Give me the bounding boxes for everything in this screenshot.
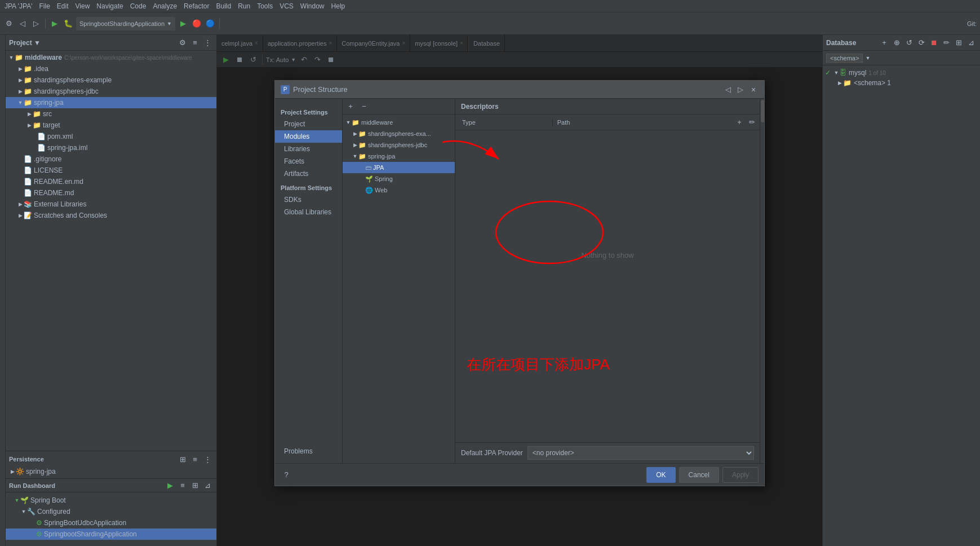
persistence-more-icon[interactable]: ⋮ (202, 453, 213, 465)
tree-gitignore[interactable]: 📄 .gitignore (6, 153, 216, 165)
remove-module-icon[interactable]: − (358, 101, 370, 112)
run-filter-icon[interactable]: ⊿ (202, 480, 213, 491)
tree-scratches[interactable]: ▶ 📝 Scratches and Consoles (6, 210, 216, 221)
udbc-app-item[interactable]: ⚙ SpringBootUdbcApplication (6, 517, 216, 529)
dialog-scrollbar[interactable] (760, 99, 764, 463)
tree-target[interactable]: ▶ 📁 target (6, 120, 216, 131)
menu-analyze[interactable]: Analyze (153, 2, 177, 10)
tree-idea[interactable]: ▶ 📁 .idea (6, 63, 216, 74)
nav-sdks[interactable]: SDKs (275, 193, 342, 206)
dialog-tree-spring[interactable]: 🌱 Spring (343, 173, 455, 184)
dialog-tree-jpa[interactable]: 🗃 JPA (343, 162, 455, 173)
run-play-icon[interactable]: ▶ (165, 480, 176, 491)
db-edit-icon[interactable]: ✏ (941, 37, 952, 49)
menu-help[interactable]: Help (331, 2, 345, 10)
menu-window[interactable]: Window (300, 2, 325, 10)
dialog-tree-jdbc[interactable]: ▶ 📁 shardingspheres-jdbc (343, 139, 455, 151)
db-arrow: ▼ (833, 69, 840, 76)
forward-icon[interactable]: ▷ (30, 18, 42, 29)
descriptors-title: Descriptors (461, 103, 499, 111)
dialog-forward-icon[interactable]: ▷ (735, 84, 746, 95)
run-list-icon[interactable]: ≡ (177, 480, 188, 491)
database-panel-header: Database + ⊕ ↺ ⟳ ⏹ ✏ ⊞ ⊿ (823, 35, 980, 51)
persistence-settings-icon[interactable]: ⊞ (177, 453, 188, 465)
debug-icon[interactable]: 🐛 (63, 18, 74, 29)
db-layout-icon[interactable]: ⊞ (953, 37, 964, 49)
dialog-tree-example[interactable]: ▶ 📁 shardingspheres-exa... (343, 128, 455, 139)
tree-ext-libs[interactable]: ▶ 📚 External Libraries (6, 199, 216, 210)
menu-run[interactable]: Run (238, 2, 250, 10)
nav-artifacts[interactable]: Artifacts (275, 168, 342, 180)
run-icon[interactable]: ▶ (49, 18, 60, 29)
nav-facets[interactable]: Facets (275, 155, 342, 168)
tree-readme[interactable]: 📄 README.md (6, 187, 216, 199)
db-filter-icon[interactable]: ⊿ (965, 37, 977, 49)
persistence-item[interactable]: ▶ 🔆 spring-jpa (6, 466, 216, 477)
ok-button[interactable]: OK (646, 467, 675, 483)
nav-global-libs[interactable]: Global Libraries (275, 206, 342, 218)
jpa-provider-select[interactable]: <no provider> (527, 446, 754, 460)
dialog-content-toolbar: Type Path + ✏ (455, 115, 760, 130)
tree-license[interactable]: 📄 LICENSE (6, 165, 216, 176)
nav-project[interactable]: Project (275, 118, 342, 130)
dialog-tree-spring-jpa-label: spring-jpa (368, 153, 395, 160)
menu-refactor[interactable]: Refactor (184, 2, 209, 10)
db-add-icon[interactable]: + (879, 37, 890, 49)
run-btn[interactable]: ▶ (178, 18, 189, 29)
edit-descriptor-icon[interactable]: ✏ (746, 117, 757, 128)
dialog-back-icon[interactable]: ◁ (722, 84, 734, 95)
menu-file[interactable]: File (39, 2, 50, 10)
dialog-tree-web[interactable]: 🌐 Web (343, 184, 455, 196)
tree-src[interactable]: ▶ 📁 src (6, 108, 216, 120)
tree-root[interactable]: ▼ 📁 middleware C:\person-work\workspace\… (6, 52, 216, 63)
back-icon[interactable]: ◁ (17, 18, 28, 29)
coverage-btn[interactable]: 🔵 (205, 18, 216, 29)
persistence-collapse-icon[interactable]: ≡ (189, 453, 201, 465)
project-title: Project ▼ (9, 39, 41, 47)
cancel-button[interactable]: Cancel (679, 467, 719, 483)
run-config-selector[interactable]: SpringbootShardingApplication ▼ (76, 17, 175, 30)
collapse-all-icon[interactable]: ⚙ (177, 37, 188, 49)
tree-readme-en[interactable]: 📄 README.en.md (6, 176, 216, 187)
menu-tools[interactable]: Tools (257, 2, 273, 10)
db-refresh-icon[interactable]: ↺ (903, 37, 915, 49)
menu-navigate[interactable]: Navigate (96, 2, 123, 10)
apply-button[interactable]: Apply (722, 467, 759, 483)
dialog-tree-content: ▼ 📁 middleware ▶ 📁 shardingspheres-exa..… (343, 115, 455, 463)
nav-problems[interactable]: Problems (275, 445, 342, 457)
dialog-close-button[interactable]: × (748, 85, 759, 95)
tree-jdbc[interactable]: ▶ 📁 shardingspheres-jdbc (6, 86, 216, 97)
db-stop-icon[interactable]: ⏹ (928, 37, 939, 49)
schema-select[interactable]: <schema> (826, 54, 863, 63)
db-schema-label[interactable]: <schema> 1 (854, 79, 891, 87)
spring-boot-item[interactable]: ▼ 🌱 Spring Boot (6, 495, 216, 506)
nav-modules[interactable]: Modules (275, 130, 342, 143)
settings-icon[interactable]: ⚙ (3, 18, 15, 29)
menu-code[interactable]: Code (130, 2, 147, 10)
tree-iml[interactable]: 📄 spring-jpa.iml (6, 142, 216, 153)
menu-view[interactable]: View (76, 2, 90, 10)
locate-icon[interactable]: ≡ (189, 37, 201, 49)
add-descriptor-icon[interactable]: + (734, 117, 745, 128)
db-mysql-label[interactable]: mysql (849, 69, 866, 77)
dialog-tree-spring-jpa[interactable]: ▼ 📁 spring-jpa (343, 151, 455, 162)
dialog-tree-middleware[interactable]: ▼ 📁 middleware (343, 117, 455, 128)
db-sync-icon[interactable]: ⟳ (916, 37, 927, 49)
menu-build[interactable]: Build (216, 2, 231, 10)
menu-edit[interactable]: Edit (57, 2, 69, 10)
add-module-icon[interactable]: + (345, 101, 356, 112)
options-icon[interactable]: ⋮ (202, 37, 213, 49)
tree-pom[interactable]: 📄 pom.xml (6, 131, 216, 142)
run-group-icon[interactable]: ⊞ (189, 480, 201, 491)
nav-libraries[interactable]: Libraries (275, 143, 342, 155)
db-duplicate-icon[interactable]: ⊕ (891, 37, 902, 49)
help-icon[interactable]: ? (281, 469, 292, 481)
tree-example[interactable]: ▶ 📁 shardingspheres-example (6, 74, 216, 86)
configured-item[interactable]: ▼ 🔧 Configured (6, 506, 216, 517)
menu-vcs[interactable]: VCS (280, 2, 294, 10)
tree-spring-jpa[interactable]: ▼ 📁 spring-jpa (6, 97, 216, 108)
debug-btn[interactable]: 🔴 (191, 18, 202, 29)
run-content: ▼ 🌱 Spring Boot ▼ 🔧 Configured ⚙ SpringB… (6, 492, 216, 542)
tree-root-label: middleware (25, 54, 62, 61)
sharding-app-item[interactable]: ⚙ SpringbootShardingApplication (6, 529, 216, 540)
